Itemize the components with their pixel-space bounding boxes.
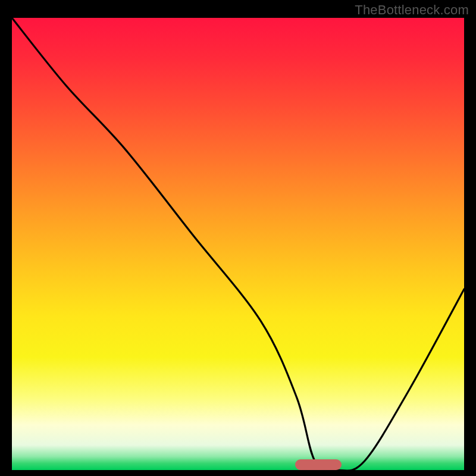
chart-frame [12,18,464,470]
gradient-background [12,18,464,470]
bottleneck-chart-svg [12,18,464,470]
watermark-text: TheBottleneck.com [355,2,469,18]
plot-area [12,18,464,470]
optimum-marker [295,459,342,470]
